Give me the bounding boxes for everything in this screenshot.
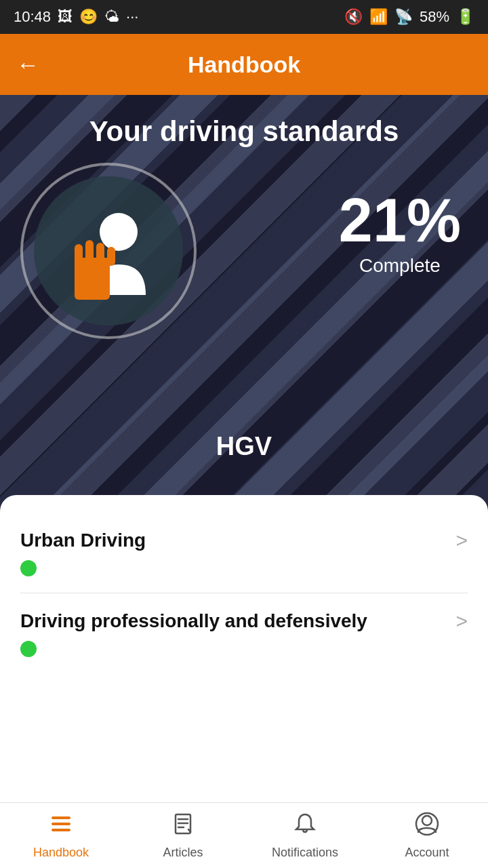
- page-title: Handbook: [50, 52, 438, 78]
- more-icon: ···: [126, 8, 138, 26]
- photo-icon: 🖼: [58, 8, 73, 26]
- account-nav-label: Account: [405, 846, 449, 860]
- articles-nav-label: Articles: [163, 846, 203, 860]
- notifications-nav-label: Notifications: [272, 846, 338, 860]
- status-right: 🔇 📶 📡 58% 🔋: [344, 8, 474, 26]
- progress-container: 21% Complete: [339, 190, 461, 277]
- status-time: 10:48: [14, 8, 51, 26]
- back-button[interactable]: ←: [16, 52, 50, 78]
- card-item-professional-driving[interactable]: Driving professionally and defensively >: [20, 596, 468, 671]
- articles-icon: [171, 812, 195, 842]
- svg-rect-3: [85, 240, 94, 264]
- signal-icon: 📡: [394, 8, 413, 26]
- status-dot-professional: [20, 641, 37, 657]
- svg-rect-7: [52, 823, 70, 825]
- handbook-nav-label: Handbook: [33, 846, 89, 860]
- weather-icon: 🌤: [104, 8, 119, 26]
- chevron-icon-professional: >: [455, 610, 468, 633]
- battery-icon: 🔋: [456, 8, 474, 26]
- hero-section: Your driving standards: [0, 95, 488, 515]
- progress-percent: 21%: [339, 190, 461, 251]
- avatar-outer-ring: [20, 163, 197, 339]
- avatar-inner: [34, 176, 183, 326]
- account-icon: [415, 812, 439, 842]
- wifi-icon: 📶: [369, 8, 388, 26]
- status-bar: 10:48 🖼 😊 🌤 ··· 🔇 📶 📡 58% 🔋: [0, 0, 488, 34]
- progress-label: Complete: [339, 255, 461, 277]
- driver-icon: [54, 197, 163, 305]
- face-icon: 😊: [79, 8, 98, 26]
- svg-point-0: [100, 213, 138, 251]
- svg-rect-4: [96, 243, 104, 264]
- notifications-icon: [293, 812, 317, 842]
- hero-title: Your driving standards: [0, 115, 488, 148]
- svg-rect-2: [75, 244, 83, 268]
- svg-point-10: [422, 816, 432, 825]
- handbook-icon: [49, 812, 73, 842]
- svg-rect-6: [52, 816, 70, 819]
- app-header: ← Handbook: [0, 34, 488, 95]
- card-row: Urban Driving >: [20, 529, 468, 552]
- card-title-professional: Driving professionally and defensively: [20, 610, 442, 632]
- battery-text: 58%: [420, 8, 449, 26]
- cards-section: Urban Driving > Driving professionally a…: [0, 495, 488, 766]
- mute-icon: 🔇: [344, 8, 363, 26]
- nav-item-notifications[interactable]: Notifications: [244, 803, 366, 868]
- chevron-icon-urban: >: [455, 529, 468, 552]
- nav-item-articles[interactable]: Articles: [122, 803, 244, 868]
- svg-rect-5: [107, 247, 115, 266]
- status-left: 10:48 🖼 😊 🌤 ···: [14, 8, 138, 26]
- avatar-container: [20, 163, 197, 339]
- nav-item-account[interactable]: Account: [366, 803, 488, 868]
- card-row-2: Driving professionally and defensively >: [20, 610, 468, 633]
- bottom-navigation: Handbook Articles Notifications: [0, 802, 488, 868]
- card-title-urban: Urban Driving: [20, 530, 442, 551]
- card-item-urban-driving[interactable]: Urban Driving >: [20, 515, 468, 590]
- card-divider-1: [20, 593, 468, 593]
- vehicle-type-label: HGV: [0, 432, 488, 461]
- status-dot-urban: [20, 560, 37, 576]
- nav-item-handbook[interactable]: Handbook: [0, 803, 122, 868]
- svg-rect-8: [52, 829, 70, 831]
